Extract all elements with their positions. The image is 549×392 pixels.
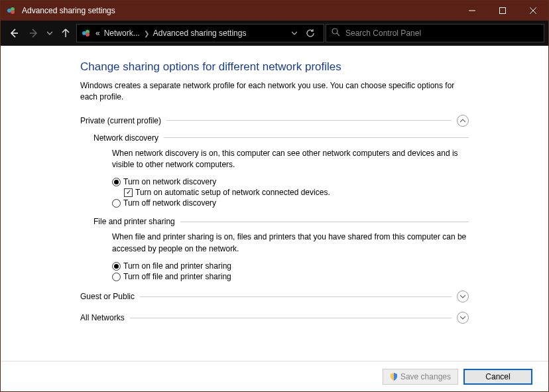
profile-private-header[interactable]: Private (current profile)	[80, 115, 469, 127]
chevron-up-icon	[457, 115, 469, 127]
svg-point-11	[86, 33, 90, 36]
search-input[interactable]: Search Control Panel	[326, 24, 544, 42]
radio-nd-off[interactable]: Turn off network discovery	[112, 198, 469, 208]
breadcrumb[interactable]: « Network... ❯ Advanced sharing settings	[76, 24, 324, 42]
radio-nd-on[interactable]: Turn on network discovery	[112, 177, 469, 186]
page-title: Change sharing options for different net…	[80, 60, 469, 74]
chevron-right-icon: ❯	[144, 30, 149, 37]
file-printer-group: File and printer sharing When file and p…	[93, 217, 469, 281]
page-subtitle: Windows creates a separate network profi…	[80, 80, 469, 103]
profile-private-label: Private (current profile)	[80, 116, 161, 125]
minimize-button[interactable]	[457, 1, 487, 21]
profile-all-header[interactable]: All Networks	[80, 312, 469, 324]
svg-point-2	[11, 10, 15, 14]
close-button[interactable]	[518, 1, 548, 21]
refresh-button[interactable]	[301, 24, 320, 42]
file-printer-heading: File and printer sharing	[93, 217, 175, 226]
checkbox-nd-auto[interactable]: Turn on automatic setup of network conne…	[124, 188, 469, 197]
radio-icon	[112, 199, 121, 208]
search-placeholder: Search Control Panel	[345, 29, 421, 38]
radio-icon	[112, 262, 121, 271]
svg-point-12	[332, 29, 337, 34]
radio-fps-on[interactable]: Turn on file and printer sharing	[112, 261, 469, 271]
cancel-button[interactable]: Cancel	[463, 369, 532, 385]
profile-guest-header[interactable]: Guest or Public	[80, 291, 469, 302]
network-discovery-heading: Network discovery	[93, 133, 158, 143]
svg-rect-4	[500, 8, 506, 14]
breadcrumb-item-current[interactable]: Advanced sharing settings	[153, 29, 247, 38]
maximize-button[interactable]	[487, 1, 518, 21]
titlebar: Advanced sharing settings	[1, 1, 548, 21]
radio-fps-off[interactable]: Turn off file and printer sharing	[112, 272, 469, 281]
up-button[interactable]	[56, 24, 75, 42]
forward-button[interactable]	[25, 24, 43, 42]
breadcrumb-item-network[interactable]: Network...	[104, 29, 140, 38]
footer: Save changes Cancel	[1, 361, 548, 391]
chevron-down-icon	[457, 291, 469, 302]
profile-all-label: All Networks	[80, 313, 125, 322]
file-printer-desc: When file and printer sharing is on, fil…	[112, 231, 469, 255]
profile-guest-label: Guest or Public	[80, 292, 135, 301]
recent-dropdown[interactable]	[44, 24, 55, 42]
chevron-down-icon	[457, 312, 469, 324]
window-title: Advanced sharing settings	[22, 6, 115, 15]
radio-icon	[112, 273, 121, 281]
navbar: « Network... ❯ Advanced sharing settings…	[1, 21, 548, 46]
checkbox-icon	[124, 188, 133, 197]
shield-icon	[390, 373, 398, 381]
location-icon	[81, 28, 91, 38]
breadcrumb-dropdown-icon[interactable]	[292, 29, 297, 38]
content-area: Change sharing options for different net…	[1, 46, 548, 361]
breadcrumb-prefix: «	[95, 29, 100, 38]
svg-line-13	[337, 33, 339, 36]
window: Advanced sharing settings	[0, 0, 549, 392]
app-icon	[6, 5, 17, 16]
network-discovery-group: Network discovery When network discovery…	[93, 133, 469, 208]
back-button[interactable]	[5, 24, 23, 42]
radio-icon	[112, 178, 121, 186]
save-button[interactable]: Save changes	[383, 369, 458, 385]
search-icon	[332, 28, 340, 38]
network-discovery-desc: When network discovery is on, this compu…	[112, 148, 469, 171]
